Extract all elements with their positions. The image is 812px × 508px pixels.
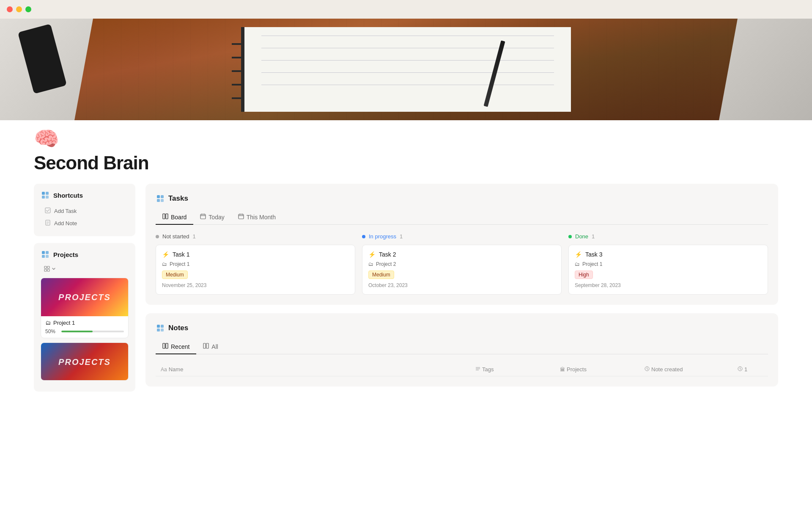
svg-rect-38	[206, 343, 208, 348]
add-task-button[interactable]: Add Task	[41, 205, 129, 217]
notes-col-projects: 🏛 Projects	[560, 366, 645, 373]
svg-line-44	[647, 369, 648, 370]
projects-title: Projects	[53, 251, 78, 258]
notes-col-created: Note created	[645, 366, 738, 373]
task-card-3[interactable]: ⚡ Task 3 🗂 Project 1 High September 28, …	[568, 245, 768, 295]
notes-header: Notes	[156, 323, 768, 333]
priority-badge-3: High	[575, 271, 593, 279]
minimize-button[interactable]	[16, 6, 22, 12]
tags-col-icon	[475, 366, 480, 373]
svg-rect-3	[46, 196, 49, 199]
svg-line-47	[740, 369, 741, 370]
column-count-done: 1	[592, 233, 595, 240]
main-content: Tasks Board	[145, 184, 778, 387]
task-project-1: 🗂 Project 1	[162, 261, 349, 267]
svg-rect-31	[157, 325, 160, 328]
task-project-2: 🗂 Project 2	[368, 261, 555, 267]
column-not-started: Not started 1 ⚡ Task 1 🗂 Project 1	[156, 233, 355, 295]
svg-rect-20	[161, 199, 164, 202]
maximize-button[interactable]	[25, 6, 31, 12]
page-header: 🧠 Second Brain	[34, 120, 778, 184]
task-card-2[interactable]: ⚡ Task 2 🗂 Project 2 Medium October 23, …	[362, 245, 562, 295]
svg-rect-36	[166, 343, 168, 348]
task-name-1: ⚡ Task 1	[162, 251, 349, 258]
title-bar	[0, 0, 812, 19]
notes-col-name: Aa Name	[161, 366, 475, 373]
column-header-in-progress: In progress 1	[362, 233, 562, 240]
tab-today[interactable]: Today	[193, 210, 231, 225]
notebook-image	[241, 27, 571, 112]
sidebar: Shortcuts Add Task	[34, 184, 135, 392]
project-thumb-2: PROJECTS	[41, 343, 128, 381]
project-card-2[interactable]: PROJECTS	[41, 342, 129, 381]
svg-rect-35	[163, 343, 165, 348]
svg-rect-2	[42, 196, 45, 199]
project-card-1[interactable]: PROJECTS 🗂 Project 1 50%	[41, 278, 129, 338]
task-project-icon-2: 🗂	[368, 261, 373, 267]
projects-header: Projects	[41, 250, 129, 259]
task-card-1[interactable]: ⚡ Task 1 🗂 Project 1 Medium November 25,…	[156, 245, 355, 295]
status-label-not-started: Not started	[162, 233, 189, 240]
status-label-done: Done	[575, 233, 588, 240]
dot-not-started	[156, 235, 159, 238]
tasks-header: Tasks	[156, 194, 768, 203]
svg-rect-17	[157, 195, 160, 198]
svg-rect-13	[44, 266, 47, 268]
tasks-title: Tasks	[168, 194, 188, 203]
task-date-2: October 23, 2023	[368, 282, 555, 288]
task-project-icon-3: 🗂	[575, 261, 580, 267]
project-doc-icon: 🗂	[45, 320, 51, 326]
column-count-in-progress: 1	[400, 233, 403, 240]
tab-this-month[interactable]: This Month	[231, 210, 283, 225]
status-label-in-progress: In progress	[369, 233, 396, 240]
notes-section: Notes Recent	[145, 313, 778, 387]
all-tab-icon	[203, 343, 209, 350]
column-in-progress: In progress 1 ⚡ Task 2 🗂 Project 2	[362, 233, 562, 295]
svg-rect-18	[161, 195, 164, 198]
chevron-down-icon	[52, 267, 56, 271]
tasks-section: Tasks Board	[145, 184, 778, 305]
shortcuts-card: Shortcuts Add Task	[34, 184, 135, 236]
task-project-3: 🗂 Project 1	[575, 261, 762, 267]
notes-table-header: Aa Name Tags	[156, 363, 768, 376]
check-icon	[45, 207, 51, 215]
notes-tabs: Recent All	[156, 340, 768, 354]
svg-rect-32	[161, 325, 164, 328]
tasks-tabs: Board Today	[156, 210, 768, 225]
task-lightning-1: ⚡	[162, 251, 169, 258]
priority-badge-1: Medium	[162, 271, 188, 279]
hero-banner	[0, 19, 812, 120]
column-header-not-started: Not started 1	[156, 233, 355, 240]
svg-rect-0	[42, 192, 45, 195]
dot-done	[568, 235, 572, 238]
tab-board[interactable]: Board	[156, 210, 193, 225]
notes-title: Notes	[168, 324, 188, 332]
grid-view-button[interactable]	[41, 264, 59, 273]
main-layout: Shortcuts Add Task	[34, 184, 778, 392]
progress-bar-1	[61, 331, 124, 332]
svg-rect-11	[42, 255, 45, 258]
svg-rect-1	[46, 192, 49, 195]
project-info-1: 🗂 Project 1 50%	[41, 316, 128, 338]
tab-all[interactable]: All	[196, 340, 225, 354]
svg-rect-27	[239, 214, 244, 219]
page-title: Second Brain	[34, 152, 778, 174]
close-button[interactable]	[7, 6, 13, 12]
tasks-icon	[156, 194, 165, 203]
task-name-2: ⚡ Task 2	[368, 251, 555, 258]
task-board: Not started 1 ⚡ Task 1 🗂 Project 1	[156, 233, 768, 295]
add-note-button[interactable]: Add Note	[41, 217, 129, 229]
priority-badge-2: Medium	[368, 271, 394, 279]
notes-col-last: 1	[738, 366, 763, 373]
svg-rect-37	[203, 343, 206, 348]
column-done: Done 1 ⚡ Task 3 🗂 Project 1	[568, 233, 768, 295]
project-name-1: 🗂 Project 1	[45, 320, 124, 326]
name-col-icon: Aa	[161, 367, 167, 373]
tab-recent[interactable]: Recent	[156, 340, 196, 354]
svg-rect-33	[157, 329, 160, 331]
shortcuts-header: Shortcuts	[41, 190, 129, 200]
page-icon: 🧠	[34, 129, 778, 149]
task-lightning-2: ⚡	[368, 251, 376, 258]
progress-fill-1	[61, 331, 93, 332]
projects-col-icon: 🏛	[560, 367, 565, 373]
